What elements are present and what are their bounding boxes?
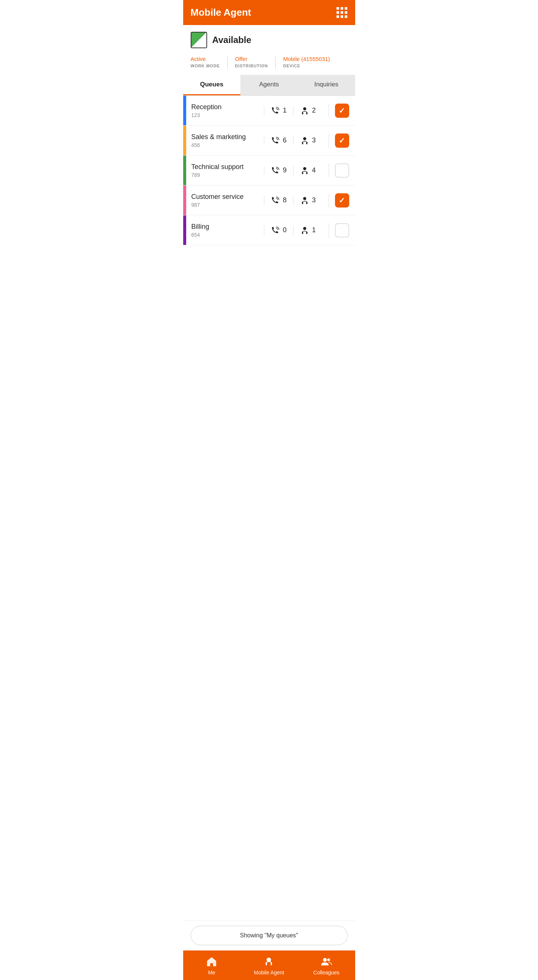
queue-agents-count: 3 xyxy=(312,196,315,204)
queue-number: 456 xyxy=(191,142,260,148)
queue-agents-count: 4 xyxy=(312,166,315,174)
queue-toggle-checkbox[interactable] xyxy=(335,163,349,178)
svg-point-0 xyxy=(303,107,306,110)
colleagues-icon xyxy=(320,956,333,968)
queue-agents-stat: 4 xyxy=(293,166,322,175)
queue-name: Customer service xyxy=(191,193,260,201)
queue-color-bar xyxy=(183,96,186,125)
queue-info: Reception 123 xyxy=(186,98,264,123)
queue-calls-count: 1 xyxy=(283,107,287,115)
work-mode-item: Active WORK MODE xyxy=(191,56,228,69)
queue-info: Billing 654 xyxy=(186,218,264,243)
queue-checkbox-container xyxy=(329,134,349,148)
queue-agents-stat: 1 xyxy=(293,226,322,235)
queue-list: Reception 123 1 xyxy=(183,96,355,920)
queue-calls-stat: 8 xyxy=(264,196,293,205)
agent-icon xyxy=(300,136,309,145)
nav-label-mobile-agent: Mobile Agent xyxy=(254,969,284,975)
queue-stats: 1 2 xyxy=(264,106,322,115)
device-label: DEVICE xyxy=(283,64,300,68)
queue-toggle-checkbox[interactable] xyxy=(335,103,349,118)
queue-color-bar xyxy=(183,185,186,215)
queue-number: 789 xyxy=(191,172,260,178)
nav-item-mobile-agent[interactable]: Mobile Agent xyxy=(240,950,298,980)
queue-info: Customer service 987 xyxy=(186,188,264,213)
queue-checkbox-container xyxy=(329,103,349,118)
svg-point-18 xyxy=(323,958,327,962)
queue-calls-count: 9 xyxy=(283,166,287,174)
queue-checkbox-container xyxy=(329,193,349,207)
queue-stats: 9 4 xyxy=(264,166,322,175)
svg-point-9 xyxy=(303,197,306,200)
queue-row-2: Technical support 789 9 xyxy=(183,156,355,185)
app-header: Mobile Agent xyxy=(183,0,355,25)
distribution-item: Offer DISTRIBUTION xyxy=(235,56,276,69)
queue-stats: 6 3 xyxy=(264,136,322,145)
headset-icon xyxy=(263,956,275,968)
queue-stats: 8 3 xyxy=(264,196,322,205)
queue-row-4: Billing 654 0 xyxy=(183,215,355,245)
queue-calls-count: 0 xyxy=(283,226,287,234)
work-mode-label: WORK MODE xyxy=(191,64,220,68)
queue-row-0: Reception 123 1 xyxy=(183,96,355,126)
tab-agents[interactable]: Agents xyxy=(240,75,298,95)
queue-calls-stat: 1 xyxy=(264,106,293,115)
queue-agents-stat: 3 xyxy=(293,196,322,205)
queue-number: 654 xyxy=(191,232,260,238)
queue-number: 987 xyxy=(191,202,260,208)
queue-info: Sales & marketing 456 xyxy=(186,128,264,153)
bottom-nav: Me Mobile Agent Colleagues xyxy=(183,950,355,980)
phone-icon xyxy=(271,196,280,205)
queue-name: Billing xyxy=(191,223,260,231)
queue-row-1: Sales & marketing 456 6 xyxy=(183,126,355,156)
queue-agents-stat: 3 xyxy=(293,136,322,145)
svg-point-6 xyxy=(303,167,306,170)
queue-toggle-checkbox[interactable] xyxy=(335,223,349,237)
info-row: Active WORK MODE Offer DISTRIBUTION Mobi… xyxy=(183,53,355,75)
distribution-label: DISTRIBUTION xyxy=(235,64,268,68)
queue-agents-count: 1 xyxy=(312,226,315,234)
queue-color-bar xyxy=(183,156,186,185)
nav-label-me: Me xyxy=(208,969,215,975)
tab-inquiries[interactable]: Inquiries xyxy=(298,75,355,95)
grid-icon[interactable] xyxy=(336,7,348,18)
agent-icon xyxy=(300,196,309,205)
queue-toggle-checkbox[interactable] xyxy=(335,193,349,207)
tab-queues[interactable]: Queues xyxy=(183,75,240,95)
queue-calls-stat: 0 xyxy=(264,226,293,235)
home-icon xyxy=(205,956,218,968)
queue-number: 123 xyxy=(191,112,260,118)
queue-checkbox-container xyxy=(329,223,349,237)
queue-agents-stat: 2 xyxy=(293,106,322,115)
queue-name: Sales & marketing xyxy=(191,133,260,141)
tabs-bar: Queues Agents Inquiries xyxy=(183,75,355,96)
nav-item-me[interactable]: Me xyxy=(183,950,240,980)
agent-icon xyxy=(300,106,309,115)
svg-point-12 xyxy=(303,227,306,230)
queue-calls-count: 6 xyxy=(283,137,287,144)
app-title: Mobile Agent xyxy=(191,7,251,18)
phone-icon xyxy=(271,106,280,115)
queue-agents-count: 3 xyxy=(312,137,315,144)
phone-icon xyxy=(271,226,280,235)
nav-item-colleagues[interactable]: Colleagues xyxy=(298,950,355,980)
svg-point-3 xyxy=(303,137,306,140)
agent-icon xyxy=(300,166,309,175)
device-link[interactable]: Mobile (41555031) xyxy=(283,56,330,62)
queue-color-bar xyxy=(183,215,186,245)
available-icon xyxy=(191,32,207,48)
work-mode-link[interactable]: Active xyxy=(191,56,220,62)
filter-bar: Showing "My queues" xyxy=(183,920,355,950)
nav-label-colleagues: Colleagues xyxy=(313,969,339,975)
status-bar: Available xyxy=(183,25,355,53)
filter-button[interactable]: Showing "My queues" xyxy=(191,926,348,945)
queue-toggle-checkbox[interactable] xyxy=(335,134,349,148)
device-item: Mobile (41555031) DEVICE xyxy=(283,56,337,69)
svg-point-19 xyxy=(327,958,330,961)
queue-name: Technical support xyxy=(191,163,260,171)
queue-calls-count: 8 xyxy=(283,196,287,204)
queue-calls-stat: 9 xyxy=(264,166,293,175)
queue-agents-count: 2 xyxy=(312,107,315,115)
distribution-link[interactable]: Offer xyxy=(235,56,268,62)
phone-icon xyxy=(271,166,280,175)
